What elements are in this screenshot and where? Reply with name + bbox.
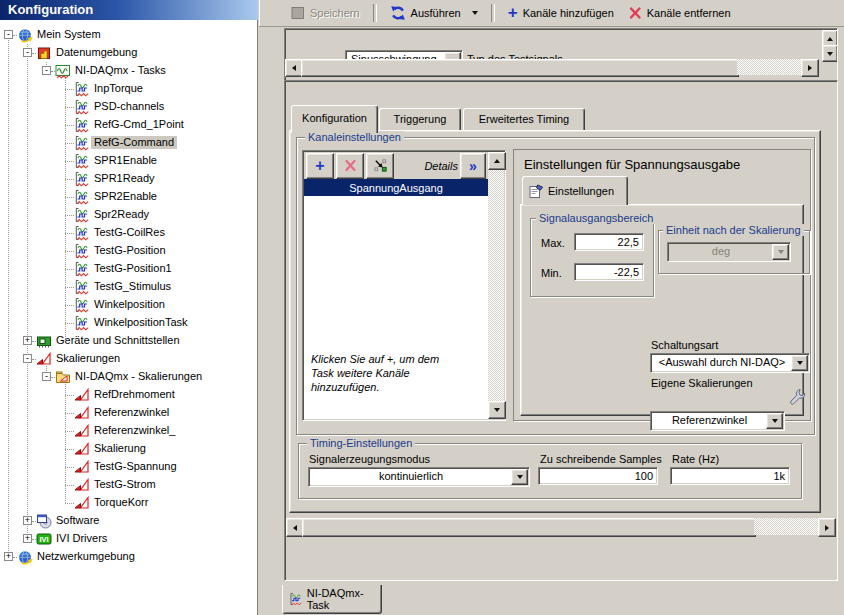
- tree-item-testg-position[interactable]: TestG-Position: [0, 242, 257, 260]
- combobox-dropdown-button[interactable]: [766, 413, 783, 429]
- channel-list-vscrollbar[interactable]: [488, 152, 504, 419]
- min-value-field[interactable]: -22,5: [574, 263, 644, 281]
- tree-item-referenzwinkel[interactable]: Referenzwinkel: [0, 404, 257, 422]
- task-icon: [74, 297, 90, 313]
- wiring-value: <Auswahl durch NI-DAQ>: [653, 355, 791, 371]
- scroll-up-button[interactable]: [488, 152, 506, 170]
- custom-scale-combobox[interactable]: Referenzwinkel: [650, 411, 785, 431]
- expand-toggle-plus-icon[interactable]: +: [4, 552, 13, 561]
- wiring-combobox[interactable]: <Auswahl durch NI-DAQ>: [650, 353, 810, 373]
- tree-item-geräte-und-schnittstellen[interactable]: +Geräte und Schnittstellen: [0, 332, 257, 350]
- scrollbar-thumb[interactable]: [301, 59, 739, 77]
- tree-item-psd-channels[interactable]: PSD-channels: [0, 98, 257, 116]
- scrollbar-thumb[interactable]: [302, 518, 756, 537]
- bottom-tab-ni-daqmx-task[interactable]: NI-DAQmx-Task: [282, 585, 382, 614]
- tree-item-inptorque[interactable]: InpTorque: [0, 80, 257, 98]
- combobox-dropdown-button[interactable]: [791, 355, 808, 371]
- tree-item-netzwerkumgebung[interactable]: +Netzwerkumgebung: [0, 548, 257, 566]
- tree-connector: [65, 269, 74, 270]
- tree-item-refdrehmoment[interactable]: RefDrehmoment: [0, 386, 257, 404]
- samples-field[interactable]: 100: [538, 467, 658, 485]
- tree-guide-line: [65, 78, 66, 341]
- tree-item-spr1enable[interactable]: SPR1Enable: [0, 152, 257, 170]
- preview-vscrollbar[interactable]: [822, 30, 836, 60]
- add-channels-label: Kanäle hinzufügen: [523, 7, 614, 19]
- bottom-tab-label: NI-DAQmx-Task: [307, 587, 375, 611]
- channel-list-body[interactable]: Klicken Sie auf +, um dem Task weitere K…: [304, 196, 488, 419]
- scale-icon: [74, 405, 90, 421]
- expand-toggle-plus-icon[interactable]: +: [23, 516, 32, 525]
- tree-item-spr1ready[interactable]: SPR1Ready: [0, 170, 257, 188]
- tree-item-testg-position1[interactable]: TestG-Position1: [0, 260, 257, 278]
- reorder-channels-button[interactable]: [366, 153, 394, 179]
- tree-item-refg-command[interactable]: RefG-Command: [0, 134, 257, 152]
- combobox-dropdown-button[interactable]: [511, 469, 528, 485]
- expand-toggle-minus-icon[interactable]: -: [23, 48, 32, 57]
- tree-connector: [65, 143, 74, 144]
- tree-item-skalierung[interactable]: Skalierung: [0, 440, 257, 458]
- tree-item-referenzwinkel[interactable]: Referenzwinkel_: [0, 422, 257, 440]
- tree-item-ni-daqmx-tasks[interactable]: -NI-DAQmx - Tasks: [0, 62, 257, 80]
- generation-mode-combobox[interactable]: kontinuierlich: [308, 467, 530, 487]
- scroll-right-button[interactable]: [801, 59, 819, 77]
- expand-toggle-plus-icon[interactable]: +: [23, 534, 32, 543]
- tree-connector: [65, 107, 74, 108]
- scale-icon: [36, 351, 52, 367]
- tree-item-label: TestG-Position: [91, 244, 169, 257]
- max-value-field[interactable]: 22,5: [574, 233, 644, 251]
- edit-scale-button[interactable]: [787, 387, 807, 409]
- tree-item-testg-coilres[interactable]: TestG-CoilRes: [0, 224, 257, 242]
- run-button[interactable]: Ausführen: [385, 3, 483, 23]
- run-label: Ausführen: [411, 7, 461, 19]
- expand-toggle-plus-icon[interactable]: +: [23, 336, 32, 345]
- tab-erweitertes-timing[interactable]: Erweitertes Timing: [463, 108, 585, 132]
- scroll-right-button[interactable]: [818, 518, 836, 537]
- tree-item-testg-stimulus[interactable]: TestG_Stimulus: [0, 278, 257, 296]
- channel-row-selected[interactable]: SpannungAusgang: [304, 179, 488, 196]
- tab-einstellungen[interactable]: Einstellungen: [522, 176, 628, 205]
- expand-toggle-minus-icon[interactable]: -: [23, 354, 32, 363]
- remove-channels-button[interactable]: Kanäle entfernen: [623, 4, 736, 22]
- scrollbar-track[interactable]: [754, 518, 818, 535]
- voltage-settings-heading: Einstellungen für Spannungsausgabe: [524, 157, 740, 172]
- expand-toggle-minus-icon[interactable]: -: [4, 30, 13, 39]
- combobox-dropdown-button[interactable]: [772, 244, 789, 260]
- tree-item-spr2ready[interactable]: Spr2Ready: [0, 206, 257, 224]
- run-dropdown-arrow-icon[interactable]: [472, 11, 478, 15]
- tree-item-mein-system[interactable]: -Mein System: [0, 26, 257, 44]
- tree-item-software[interactable]: +Software: [0, 512, 257, 530]
- add-channels-button[interactable]: + Kanäle hinzufügen: [503, 5, 619, 21]
- details-expand-button[interactable]: »: [460, 153, 486, 179]
- tree-item-label: Spr2Ready: [91, 208, 152, 221]
- add-channel-button[interactable]: +: [306, 153, 334, 179]
- tree-item-label: Skalierungen: [53, 352, 123, 365]
- scroll-down-button[interactable]: [488, 401, 506, 419]
- expand-toggle-minus-icon[interactable]: -: [42, 66, 51, 75]
- tree-item-testg-spannung[interactable]: TestG-Spannung: [0, 458, 257, 476]
- scrollbar-track[interactable]: [737, 59, 801, 75]
- tree-item-datenumgebung[interactable]: -Datenumgebung: [0, 44, 257, 62]
- rate-field[interactable]: 1k: [670, 467, 790, 485]
- scroll-down-button[interactable]: [822, 45, 838, 62]
- tab-triggerung[interactable]: Triggerung: [379, 108, 461, 132]
- scaled-unit-combobox[interactable]: deg: [667, 242, 791, 262]
- preview-hscrollbar[interactable]: [285, 59, 817, 75]
- tree-item-spr2enable[interactable]: SPR2Enable: [0, 188, 257, 206]
- tree-item-winkelpositiontask[interactable]: WinkelpositionTask: [0, 314, 257, 332]
- tree-connector: [65, 503, 74, 504]
- max-window: Konfiguration -Mein System-Datenumgebung…: [0, 0, 844, 615]
- tree-item-ni-daqmx-skalierungen[interactable]: -NI-DAQmx - Skalierungen: [0, 368, 257, 386]
- tree-item-skalierungen[interactable]: -Skalierungen: [0, 350, 257, 368]
- tree-item-testg-strom[interactable]: TestG-Strom: [0, 476, 257, 494]
- tree-item-torquekorr[interactable]: TorqueKorr: [0, 494, 257, 512]
- save-button[interactable]: Speichern: [286, 4, 365, 22]
- tree-item-winkelposition[interactable]: Winkelposition: [0, 296, 257, 314]
- tab-konfiguration[interactable]: Konfiguration: [291, 105, 378, 133]
- tree-guide-line: [8, 36, 9, 557]
- expand-toggle-minus-icon[interactable]: -: [42, 372, 51, 381]
- delete-channel-button[interactable]: [336, 153, 364, 179]
- tree-item-refg-cmd-1point[interactable]: RefG-Cmd_1Point: [0, 116, 257, 134]
- signal-range-group: Signalausgangsbereich Max. 22,5 Min. -22…: [530, 218, 654, 297]
- config-hscrollbar[interactable]: [286, 518, 834, 535]
- tree-item-ivi-drivers[interactable]: +IVIIVI Drivers: [0, 530, 257, 548]
